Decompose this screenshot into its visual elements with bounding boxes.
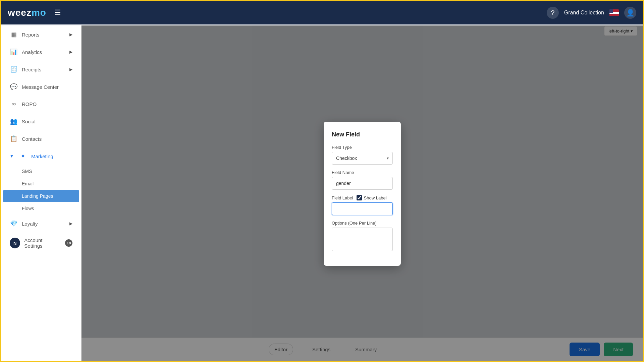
sidebar-item-receipts[interactable]: 🧾 Receipts ▶ xyxy=(3,61,79,78)
field-label-row: Field Label Show Label xyxy=(332,195,393,200)
field-name-group: Field Name xyxy=(332,170,393,190)
reports-icon: ▦ xyxy=(10,31,18,38)
sidebar-subitem-email[interactable]: Email xyxy=(3,178,79,190)
field-type-select[interactable]: Checkbox Text Email Number Date Select R… xyxy=(332,152,393,165)
options-label: Options (One Per Line) xyxy=(332,221,393,226)
sidebar-item-analytics[interactable]: 📊 Analytics ▶ xyxy=(3,44,79,60)
options-group: Options (One Per Line) xyxy=(332,221,393,252)
analytics-icon: 📊 xyxy=(10,48,18,56)
field-name-label: Field Name xyxy=(332,170,393,175)
show-label-checkbox[interactable] xyxy=(357,195,362,200)
account-settings-label: Account Settings xyxy=(24,237,61,249)
sidebar-item-label: Reports xyxy=(22,32,40,38)
sidebar-item-label: Marketing xyxy=(31,154,53,159)
show-label-checkbox-wrapper[interactable]: Show Label xyxy=(357,195,387,200)
sidebar-item-label: ROPO xyxy=(22,101,37,107)
contacts-icon: 📋 xyxy=(10,135,18,142)
user-mini-avatar: N xyxy=(10,238,20,248)
logo: weezmo xyxy=(8,7,46,18)
sidebar-item-contacts[interactable]: 📋 Contacts xyxy=(3,130,79,147)
show-label-text: Show Label xyxy=(364,195,387,200)
sidebar-item-label: Contacts xyxy=(22,136,42,142)
modal-overlay: New Field Field Type Checkbox Text Email… xyxy=(82,25,643,362)
social-icon: 👥 xyxy=(10,118,18,125)
hamburger-icon[interactable]: ☰ xyxy=(54,8,61,17)
chevron-down-icon: ▼ xyxy=(10,154,14,159)
chevron-icon: ▶ xyxy=(69,221,72,226)
layout: ▦ Reports ▶ 📊 Analytics ▶ 🧾 Receipts ▶ 💬… xyxy=(1,25,643,362)
options-textarea[interactable] xyxy=(332,228,393,251)
field-label-input[interactable] xyxy=(332,202,393,215)
sidebar-subitem-flows[interactable]: Flows xyxy=(3,202,79,215)
modal-title: New Field xyxy=(332,131,393,138)
sidebar-item-ropo[interactable]: ∞ ROPO xyxy=(3,96,79,112)
message-center-icon: 💬 xyxy=(10,83,18,90)
sidebar-item-label: Analytics xyxy=(22,49,42,55)
field-label-group: Field Label Show Label xyxy=(332,195,393,215)
field-type-group: Field Type Checkbox Text Email Number Da… xyxy=(332,145,393,165)
chevron-icon: ▶ xyxy=(69,32,72,37)
sidebar-item-label: Social xyxy=(22,119,36,124)
collection-name: Grand Collection xyxy=(564,10,604,16)
sidebar-item-message-center[interactable]: 💬 Message Center xyxy=(3,78,79,95)
flag-icon xyxy=(609,9,619,16)
brand: weezmo ☰ xyxy=(8,7,61,18)
help-icon[interactable]: ? xyxy=(547,7,559,19)
marketing-icon: ✦ xyxy=(19,153,27,160)
user-avatar[interactable]: 👤 xyxy=(624,7,636,19)
sidebar-item-label: Loyalty xyxy=(22,221,38,227)
loyalty-icon: 💎 xyxy=(10,220,18,227)
field-name-input[interactable] xyxy=(332,177,393,190)
sidebar-item-loyalty[interactable]: 💎 Loyalty ▶ xyxy=(3,215,79,232)
sidebar: ▦ Reports ▶ 📊 Analytics ▶ 🧾 Receipts ▶ 💬… xyxy=(1,25,82,362)
field-type-label: Field Type xyxy=(332,145,393,150)
sidebar-item-social[interactable]: 👥 Social xyxy=(3,113,79,130)
sidebar-item-label: Message Center xyxy=(22,84,59,90)
new-field-modal: New Field Field Type Checkbox Text Email… xyxy=(324,122,401,266)
notification-badge: 18 xyxy=(65,239,72,247)
field-type-select-wrapper: Checkbox Text Email Number Date Select R… xyxy=(332,152,393,165)
sidebar-subitem-landing-pages[interactable]: Landing Pages xyxy=(3,190,79,202)
sidebar-item-marketing[interactable]: ▼ ✦ Marketing xyxy=(3,148,79,165)
chevron-icon: ▶ xyxy=(69,50,72,54)
account-settings[interactable]: N Account Settings 18 xyxy=(3,233,79,253)
receipts-icon: 🧾 xyxy=(10,66,18,73)
sidebar-item-reports[interactable]: ▦ Reports ▶ xyxy=(3,26,79,43)
sidebar-item-label: Receipts xyxy=(22,67,41,72)
field-label-label: Field Label xyxy=(332,195,353,200)
navbar: weezmo ☰ ? Grand Collection 👤 xyxy=(1,1,643,24)
ropo-icon: ∞ xyxy=(10,101,18,108)
sidebar-subitem-sms[interactable]: SMS xyxy=(3,165,79,177)
main-content: New Field Field Type Checkbox Text Email… xyxy=(82,25,643,362)
chevron-icon: ▶ xyxy=(69,67,72,72)
navbar-right: ? Grand Collection 👤 xyxy=(547,7,636,19)
